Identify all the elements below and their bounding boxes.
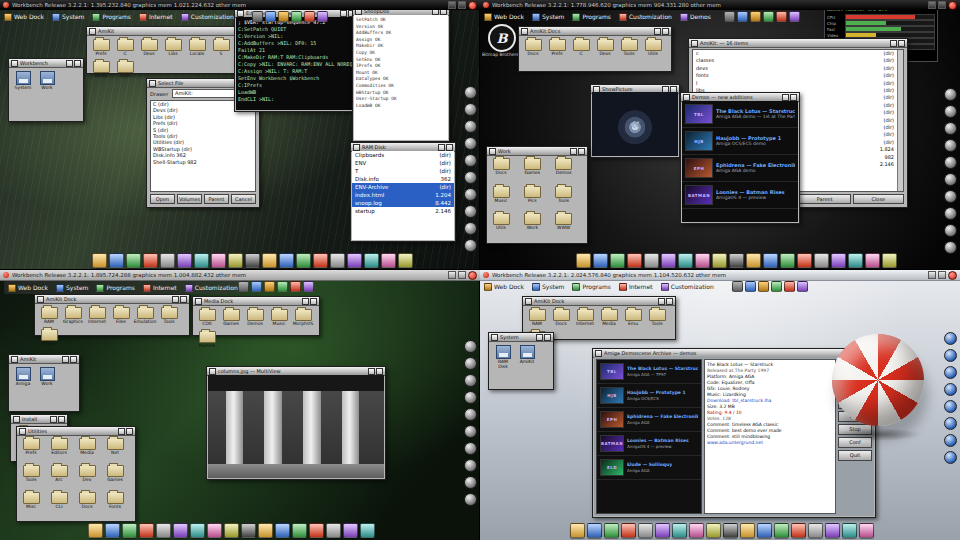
directory-row[interactable]: Clipboards(dir): [352, 151, 454, 159]
menu-item[interactable]: Web Dock: [4, 13, 44, 21]
window-titlebar[interactable]: Media Dock: [193, 297, 319, 306]
drawer-icon[interactable]: Prefs: [91, 39, 111, 57]
dock-icon[interactable]: [398, 253, 413, 268]
dock-icon[interactable]: [464, 476, 477, 489]
dock-icon[interactable]: [464, 425, 477, 438]
dock-icon[interactable]: [604, 523, 619, 538]
drawer-icon[interactable]: Fonts: [105, 492, 125, 517]
dock-icon[interactable]: [712, 253, 727, 268]
tray-icon[interactable]: [776, 11, 787, 22]
dock-icon[interactable]: [842, 523, 857, 538]
drawer-icon[interactable]: RAM: [39, 307, 59, 325]
dock-icon[interactable]: [207, 523, 222, 538]
dock-icon[interactable]: [689, 523, 704, 538]
dock-icon[interactable]: [313, 253, 328, 268]
close-icon[interactable]: [353, 144, 360, 151]
drawer-icon[interactable]: MorphOS: [293, 309, 313, 327]
drawer-icon[interactable]: Docs: [551, 309, 571, 327]
close-icon[interactable]: [13, 416, 20, 423]
dock-icon[interactable]: [944, 332, 957, 345]
menu-item[interactable]: Customization: [185, 284, 238, 292]
screen-titlebar[interactable]: Workbench Release 3.2.2.1: 1.895.724.288…: [0, 270, 480, 281]
dock-icon[interactable]: [464, 137, 477, 150]
zoom-gadget-icon[interactable]: [458, 271, 466, 279]
demo-entry[interactable]: TBL The Black Lotus — StarstruckAmiga AG…: [597, 360, 701, 384]
menu-item[interactable]: Customization: [619, 13, 672, 21]
drawer-icon[interactable]: Prefs: [547, 39, 567, 57]
drawer-icon[interactable]: Internet: [575, 309, 595, 327]
dock-icon[interactable]: [944, 349, 957, 362]
dock-icon[interactable]: [780, 253, 795, 268]
dock-icon[interactable]: [763, 253, 778, 268]
dock-icon[interactable]: [143, 253, 158, 268]
screen-titlebar[interactable]: Workbench Release 3.2.2.1: 1.778.946.620…: [480, 0, 960, 10]
dock-icon[interactable]: [343, 523, 358, 538]
dock-icon[interactable]: [296, 253, 311, 268]
drawer-icon[interactable]: Emu: [623, 309, 643, 327]
drawer-icon[interactable]: Tools: [159, 307, 179, 325]
dock-icon[interactable]: [944, 451, 957, 464]
drawer-icon[interactable]: Media: [77, 438, 97, 463]
dock-icon[interactable]: [944, 400, 957, 413]
dock-icon[interactable]: [944, 207, 957, 220]
drawer-icon[interactable]: Devs: [139, 39, 159, 57]
depth-gadget-icon[interactable]: [70, 356, 77, 363]
tray-icon[interactable]: [758, 281, 769, 292]
drawer-icon[interactable]: Music: [269, 309, 289, 327]
depth-gadget-icon[interactable]: [666, 298, 673, 305]
depth-gadget-icon[interactable]: [376, 368, 383, 375]
window-titlebar[interactable]: AmiKit Dock: [523, 297, 675, 306]
dock-icon[interactable]: [364, 253, 379, 268]
close-icon[interactable]: [149, 80, 156, 87]
tray-icon[interactable]: [732, 281, 743, 292]
dock-icon[interactable]: [347, 253, 362, 268]
dock-icon[interactable]: [464, 391, 477, 404]
tray-icon[interactable]: [265, 11, 276, 22]
tray-icon[interactable]: [784, 281, 795, 292]
drawer-icon[interactable]: Docs: [77, 492, 97, 517]
demo-entry[interactable]: BATMAN Loonies — Batman RisesAmigaOS 4 —…: [682, 182, 798, 209]
close-icon[interactable]: [595, 350, 602, 357]
dock-icon[interactable]: [122, 523, 137, 538]
drawer-icon[interactable]: Tools: [619, 39, 639, 57]
dock-icon[interactable]: [360, 523, 375, 538]
drawer-icon[interactable]: Files: [111, 307, 131, 325]
demo-list[interactable]: TBL The Black Lotus — StarstruckAmiga AG…: [682, 101, 798, 222]
tray-icon[interactable]: [290, 281, 301, 292]
dock-icon[interactable]: [944, 383, 957, 396]
depth-gadget-icon[interactable]: [446, 144, 453, 151]
dock-icon[interactable]: [576, 253, 591, 268]
drawer-icon[interactable]: C: [571, 39, 591, 57]
drawer-icon[interactable]: RAM: [527, 309, 547, 327]
tray-icon[interactable]: [737, 11, 748, 22]
dock-icon[interactable]: [224, 523, 239, 538]
drawer-icon[interactable]: Docs: [523, 39, 543, 57]
dialog-button[interactable]: Cancel: [231, 194, 256, 204]
close-icon[interactable]: [209, 368, 216, 375]
dock-icon[interactable]: [593, 253, 608, 268]
demo-entry[interactable]: EPH Ephidrena — Fake ElectronikAmiga AGA: [597, 408, 701, 432]
dock-icon[interactable]: [638, 523, 653, 538]
file-row[interactable]: l(dir): [693, 80, 897, 87]
demo-entry[interactable]: EPH Ephidrena — Fake Electronik Lightsho…: [682, 155, 798, 182]
drawer-icon[interactable]: Posters: [197, 331, 217, 349]
close-icon[interactable]: [11, 356, 18, 363]
file-row[interactable]: c(dir): [693, 50, 897, 57]
window-titlebar[interactable]: AmiKit Dock: [35, 295, 189, 304]
dock-icon[interactable]: [655, 523, 670, 538]
dock-icon[interactable]: [944, 224, 957, 237]
window-titlebar[interactable]: AmiKit: [87, 27, 257, 36]
dock-icon[interactable]: [279, 253, 294, 268]
dock-icon[interactable]: [661, 253, 676, 268]
demo-entry[interactable]: HJB Haujobb — Prototype 1Amiga OCS/ECS d…: [682, 128, 798, 155]
menu-item[interactable]: Demos: [680, 13, 711, 21]
zoom-gadget-icon[interactable]: [458, 1, 466, 9]
directory-row[interactable]: index.html1.204: [352, 191, 454, 199]
power-icon[interactable]: [948, 271, 957, 280]
depth-gadget-icon[interactable]: [790, 94, 797, 101]
zoom-gadget-icon[interactable]: [938, 1, 946, 9]
drawer-icon[interactable]: Dev: [77, 465, 97, 490]
menu-item[interactable]: Customization: [661, 283, 714, 291]
dock-icon[interactable]: [292, 523, 307, 538]
menu-item[interactable]: Programs: [572, 283, 610, 291]
